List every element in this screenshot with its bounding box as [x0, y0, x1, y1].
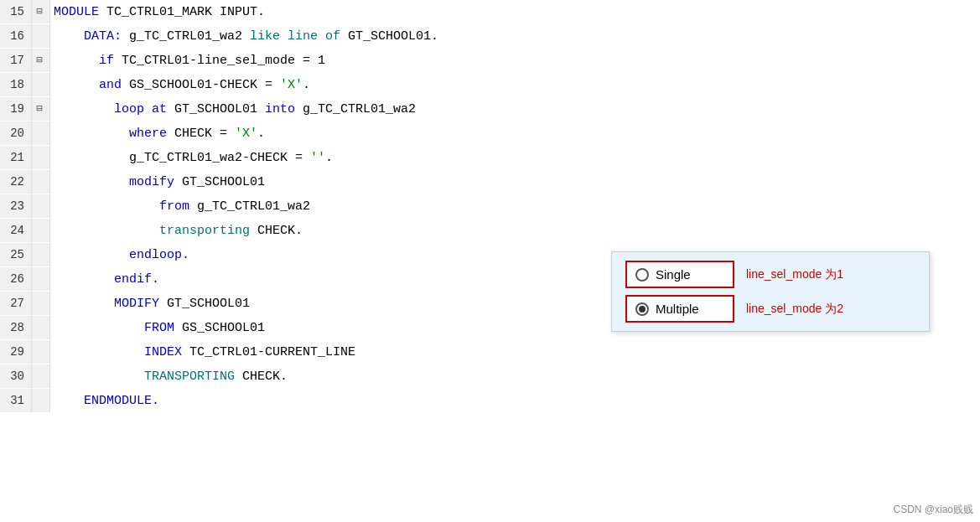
line-number: 15 — [0, 0, 32, 23]
token: '' — [310, 151, 325, 165]
code-line: 23 from g_TC_CTRL01_wa2 — [0, 194, 980, 219]
code-line: 19⊟ loop at GT_SCHOOL01 into g_TC_CTRL01… — [0, 97, 980, 121]
token: modify — [54, 175, 182, 189]
token: if — [54, 54, 122, 68]
radio-circle-single — [635, 268, 649, 282]
line-content: MODULE TC_CTRL01_MARK INPUT. — [50, 1, 980, 24]
line-number: 30 — [0, 364, 32, 388]
token: g_TC_CTRL01_wa2 — [129, 29, 250, 44]
line-content: loop at GT_SCHOOL01 into g_TC_CTRL01_wa2 — [50, 98, 980, 121]
token: GS_SCHOOL01-CHECK = — [129, 78, 280, 92]
code-line: 29 INDEX TC_CTRL01-CURRENT_LINE — [0, 340, 980, 364]
line-content: from g_TC_CTRL01_wa2 — [50, 195, 980, 219]
line-number: 26 — [0, 267, 32, 291]
line-number: 23 — [0, 194, 32, 218]
line-number: 28 — [0, 316, 32, 339]
token: . — [325, 151, 333, 165]
line-number: 20 — [0, 121, 32, 145]
radio-label-single: Single — [656, 267, 691, 282]
line-content: ENDMODULE. — [50, 390, 980, 413]
token: MODULE — [54, 5, 106, 19]
code-line: 15⊟MODULE TC_CTRL01_MARK INPUT. — [0, 0, 980, 24]
token: into — [265, 102, 303, 116]
token: endif. — [54, 272, 159, 287]
token: GT_SCHOOL01 — [174, 102, 265, 116]
line-content: modify GT_SCHOOL01 — [50, 171, 980, 194]
token: endloop. — [54, 248, 189, 262]
token: like — [250, 29, 288, 44]
line-content: TRANSPORTING CHECK. — [50, 365, 980, 389]
popup-row-single: Single line_sel_mode 为1 — [625, 261, 915, 288]
line-number: 27 — [0, 292, 32, 315]
code-line: 17⊟ if TC_CTRL01-line_sel_mode = 1 — [0, 49, 980, 73]
code-line: 20 where CHECK = 'X'. — [0, 121, 980, 146]
line-number: 21 — [0, 146, 32, 169]
token: 'X' — [280, 78, 303, 92]
line-content: and GS_SCHOOL01-CHECK = 'X'. — [50, 74, 980, 97]
line-number: 24 — [0, 219, 32, 242]
token: GT_SCHOOL01. — [348, 29, 438, 44]
line-content: where CHECK = 'X'. — [50, 122, 980, 146]
token: INPUT. — [220, 5, 265, 19]
token: INDEX — [54, 345, 189, 359]
line-number: 31 — [0, 389, 32, 412]
popup-row-multiple: Multiple line_sel_mode 为2 — [625, 295, 915, 323]
line-number: 22 — [0, 170, 32, 194]
token: CHECK. — [242, 370, 288, 384]
line-number: 17 — [0, 49, 32, 72]
code-line: 31 ENDMODULE. — [0, 389, 980, 413]
code-line: 30 TRANSPORTING CHECK. — [0, 364, 980, 389]
collapse-icon[interactable]: ⊟ — [32, 97, 47, 121]
token: transporting — [54, 224, 257, 238]
token: TC_CTRL01_MARK — [106, 5, 220, 19]
token: g_TC_CTRL01_wa2-CHECK = — [54, 151, 310, 165]
line-content: INDEX TC_CTRL01-CURRENT_LINE — [50, 341, 980, 364]
line-number: 29 — [0, 340, 32, 364]
token: from — [54, 199, 197, 214]
token: MODIFY — [54, 297, 167, 311]
token: 'X' — [235, 127, 257, 141]
watermark: CSDN @xiao贱贱 — [893, 503, 973, 517]
radio-multiple[interactable]: Multiple — [625, 295, 734, 323]
radio-single[interactable]: Single — [625, 261, 734, 288]
popup-desc-single: line_sel_mode 为1 — [746, 267, 843, 282]
token: g_TC_CTRL01_wa2 — [197, 199, 310, 214]
line-number: 16 — [0, 24, 32, 48]
code-line: 22 modify GT_SCHOOL01 — [0, 170, 980, 194]
token: where — [54, 127, 174, 141]
line-content: g_TC_CTRL01_wa2-CHECK = ''. — [50, 147, 980, 170]
line-number: 18 — [0, 73, 32, 96]
code-editor: 15⊟MODULE TC_CTRL01_MARK INPUT.16 DATA: … — [0, 0, 980, 522]
code-line: 18 and GS_SCHOOL01-CHECK = 'X'. — [0, 73, 980, 97]
line-content: transporting CHECK. — [50, 220, 980, 243]
token: ENDMODULE. — [54, 394, 159, 408]
token: g_TC_CTRL01_wa2 — [303, 102, 416, 116]
line-content: if TC_CTRL01-line_sel_mode = 1 — [50, 49, 980, 73]
radio-label-multiple: Multiple — [656, 302, 699, 316]
token: TC_CTRL01-CURRENT_LINE — [189, 345, 355, 359]
token: TRANSPORTING — [54, 370, 242, 384]
token: CHECK. — [257, 224, 303, 238]
token: GS_SCHOOL01 — [182, 321, 265, 335]
collapse-icon[interactable]: ⊟ — [32, 49, 47, 72]
token: . — [257, 127, 265, 141]
token: loop at — [54, 102, 174, 116]
token: TC_CTRL01-line_sel_mode = 1 — [122, 54, 325, 68]
token: line of — [288, 29, 348, 44]
collapse-icon[interactable]: ⊟ — [32, 0, 47, 23]
line-content: DATA: g_TC_CTRL01_wa2 like line of GT_SC… — [50, 25, 980, 49]
token: DATA: — [54, 29, 129, 44]
token: GT_SCHOOL01 — [182, 175, 265, 189]
line-number: 19 — [0, 97, 32, 121]
token: . — [303, 78, 310, 92]
token: GT_SCHOOL01 — [167, 297, 250, 311]
token: FROM — [54, 321, 182, 335]
radio-circle-multiple — [635, 302, 649, 316]
popup-desc-multiple: line_sel_mode 为2 — [746, 302, 843, 317]
line-number: 25 — [0, 243, 32, 266]
code-line: 16 DATA: g_TC_CTRL01_wa2 like line of GT… — [0, 24, 980, 49]
code-line: 24 transporting CHECK. — [0, 219, 980, 243]
popup-box: Single line_sel_mode 为1 Multiple line_se… — [611, 251, 930, 332]
token: CHECK = — [174, 127, 235, 141]
code-line: 21 g_TC_CTRL01_wa2-CHECK = ''. — [0, 146, 980, 170]
